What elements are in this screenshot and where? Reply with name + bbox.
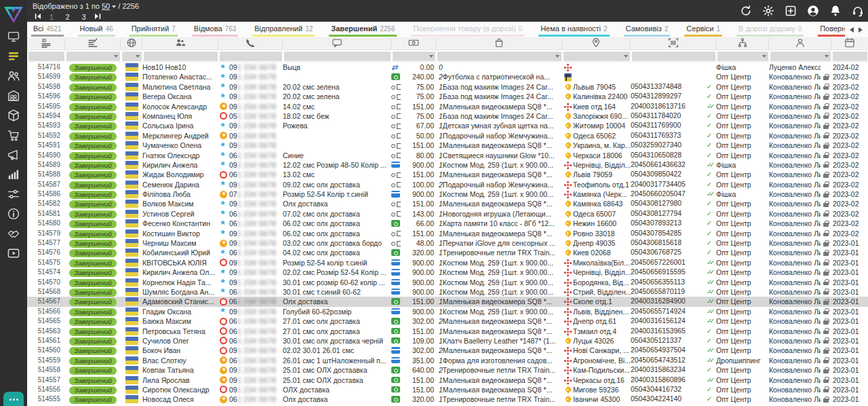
order-row[interactable]: 514596ЗавершенийВегера Оксана091 234 567… (27, 92, 868, 101)
order-row[interactable]: 514593ЗавершенийСольська Ірина091 234 56… (27, 121, 868, 130)
add-order-icon[interactable] (785, 5, 797, 17)
column-header-date[interactable] (831, 38, 868, 50)
column-header-ttn[interactable] (631, 38, 716, 50)
page-button-1[interactable]: 1 (50, 13, 54, 21)
support-headset-icon[interactable] (852, 5, 864, 17)
filter-input-client[interactable] (144, 52, 218, 61)
filter-input-manager[interactable] (770, 52, 831, 61)
tab-прийнятий[interactable]: Прийнятий7 (130, 22, 178, 37)
column-header-channel[interactable] (716, 38, 769, 50)
order-row[interactable]: 514560ЗавершенийБокоч Иван091 234 567802… (27, 346, 868, 355)
filter-input-phone[interactable] (220, 52, 282, 61)
per-page-dropdown[interactable]: 50 (102, 2, 116, 10)
filter-input-date[interactable] (833, 52, 867, 61)
tab-відправлений[interactable]: Відправлений12 (252, 22, 315, 37)
order-row[interactable]: 514588ЗавершенийЖидак Володимир061 234 5… (27, 170, 868, 179)
filter-input-status[interactable] (66, 52, 120, 61)
filter-status[interactable] (65, 50, 121, 62)
filter-date[interactable] (831, 50, 868, 62)
order-row[interactable]: 514567ЗавершенийАдамовский Станис...061 … (27, 297, 868, 306)
refresh-icon[interactable] (740, 5, 752, 17)
order-row[interactable]: 514568ЗавершенийШумляс Богдана Ан...061 … (27, 287, 868, 297)
sidebar-item-dashboard[interactable] (5, 31, 22, 45)
filter-comment[interactable] (283, 50, 391, 62)
order-row[interactable]: 514590ЗавершенийГнатюк Олексндр061 234 5… (27, 151, 868, 160)
column-header-id[interactable]: ID (27, 38, 65, 50)
filter-input-comment[interactable] (284, 52, 391, 61)
profile-avatar-icon[interactable] (807, 5, 819, 17)
order-row[interactable]: 514579ЗавершенийКостишин Виктор091 234 5… (27, 229, 868, 238)
column-header-products[interactable] (436, 38, 562, 50)
tab-відмова[interactable]: Відмова763 (192, 22, 238, 37)
order-row[interactable]: 514577ЗавершенийЧерниш Максим091 234 567… (27, 238, 868, 248)
order-row[interactable]: 514586ЗавершенийФіліпова Люба071 234 567… (27, 189, 868, 199)
order-row[interactable]: 514574ЗавершенийКирилич Анжела Ол...091 … (27, 267, 868, 277)
order-row[interactable]: 514589ЗавершенийКирилич Анжела091 234 56… (27, 160, 868, 170)
filter-input-delivery[interactable] (564, 52, 630, 61)
sidebar-item-tutorials[interactable] (5, 248, 22, 261)
filter-input-channel[interactable] (717, 52, 768, 61)
filter-products[interactable] (436, 50, 562, 62)
tab-завершений[interactable]: Завершений2256 (329, 22, 397, 37)
column-header-payment[interactable] (391, 38, 436, 50)
column-header-phone[interactable] (218, 38, 283, 50)
order-row[interactable]: 514561ЗавершенийСучилов Олег061 234 5678… (27, 336, 868, 346)
tab-новый[interactable]: Новый46 (78, 22, 115, 37)
settings-gear-icon[interactable] (762, 5, 774, 17)
column-header-delivery[interactable] (562, 38, 631, 50)
tab-самовивіз[interactable]: Самовивіз2 (624, 22, 671, 37)
filter-phone[interactable] (218, 50, 283, 62)
sidebar-item-clients[interactable] (5, 71, 22, 84)
order-row[interactable]: 514575ЗавершенийКВІТОВСЬКА ЮЛІЯ091 234 5… (27, 258, 868, 267)
filter-input-country[interactable] (122, 52, 142, 61)
sidebar-item-statistics[interactable] (5, 169, 22, 183)
filter-manager[interactable] (769, 50, 831, 62)
order-row[interactable]: 514595ЗавершенийКолосок Александр091 234… (27, 102, 868, 111)
tab-повернення-завершений-[interactable]: Повернення (завершений)125 (818, 22, 845, 37)
filter-input-ttn[interactable] (632, 52, 715, 61)
sidebar-item-orders[interactable] (5, 51, 22, 64)
tab-нема-в-наявності[interactable]: Нема в наявності2 (538, 22, 609, 37)
order-row[interactable]: 514576ЗавершенийКобилинський Юрий061 234… (27, 248, 868, 257)
order-row[interactable]: 514598ЗавершенийМалютина Светлана091 234… (27, 82, 868, 92)
filter-client[interactable] (142, 50, 218, 62)
sidebar-item-marketing[interactable] (5, 149, 22, 163)
tab-в-дорозі-додому[interactable]: В дорозі додому0 (736, 22, 804, 37)
order-row[interactable]: 514570ЗавершенийКорнелюк Надія Та...091 … (27, 278, 868, 287)
sidebar-item-settings[interactable] (5, 189, 22, 202)
sidebar-item-company[interactable] (5, 90, 22, 104)
filter-channel[interactable] (716, 50, 769, 62)
filter-id[interactable] (27, 50, 65, 62)
order-row[interactable]: 514581ЗавершенийУстинов Сергей061 234 56… (27, 209, 868, 219)
filter-ttn[interactable] (631, 50, 716, 62)
order-row[interactable]: 514559ЗавершенийВлас Слотюу061 234 56782… (27, 356, 868, 365)
sidebar-item-info[interactable] (5, 208, 22, 222)
sidebar-item-purchases[interactable] (5, 130, 22, 143)
order-row[interactable]: 514565ЗавершенийБаюка Максим061 234 5678… (27, 316, 868, 326)
order-row[interactable]: 514557ЗавершенийЛила Ярослав091 234 5678… (27, 375, 868, 385)
filter-country[interactable] (121, 50, 142, 62)
tab-повернення-товару-в-дорозі-[interactable]: Повернення товару (в дорозі)0 (411, 22, 524, 37)
column-header-client[interactable] (142, 38, 218, 50)
order-row[interactable]: 514558ЗавершенийКовпак Татьяна091 234 56… (27, 365, 868, 375)
tab-сервіси[interactable]: Сервіси1 (684, 22, 722, 37)
filter-input-products[interactable] (437, 52, 561, 61)
tab-всі[interactable]: Всі4521 (31, 22, 64, 37)
order-row[interactable]: 514556ЗавершенийСиротюк Олександр091 234… (27, 385, 868, 394)
order-row[interactable]: 514591ЗавершенийЧумаченко Олена091 234 5… (27, 141, 868, 150)
filter-delivery[interactable] (562, 50, 631, 62)
order-row[interactable]: 514592ЗавершенийМерклингер Андрей091 234… (27, 131, 868, 141)
filter-input-payment[interactable] (393, 52, 435, 61)
app-logo-icon[interactable] (0, 0, 27, 30)
sidebar-item-products[interactable] (5, 110, 22, 124)
order-row[interactable]: 514566ЗавершенийГладик Оксана091 234 567… (27, 307, 868, 316)
column-header-country[interactable] (121, 38, 142, 50)
order-row[interactable]: 514582ЗавершенийВолков Максим091 234 567… (27, 199, 868, 208)
order-row[interactable]: 514555ЗавершенийНовосад Олеся061 234 567… (27, 394, 868, 404)
order-row[interactable]: 514580ЗавершенийФесенко Константин061 23… (27, 219, 868, 228)
column-header-comment[interactable] (283, 38, 391, 50)
column-header-status[interactable] (65, 38, 121, 50)
page-button-3[interactable]: 3 (82, 13, 86, 21)
page-button-2[interactable]: 2 (66, 13, 70, 21)
last-page-button[interactable] (94, 12, 102, 20)
